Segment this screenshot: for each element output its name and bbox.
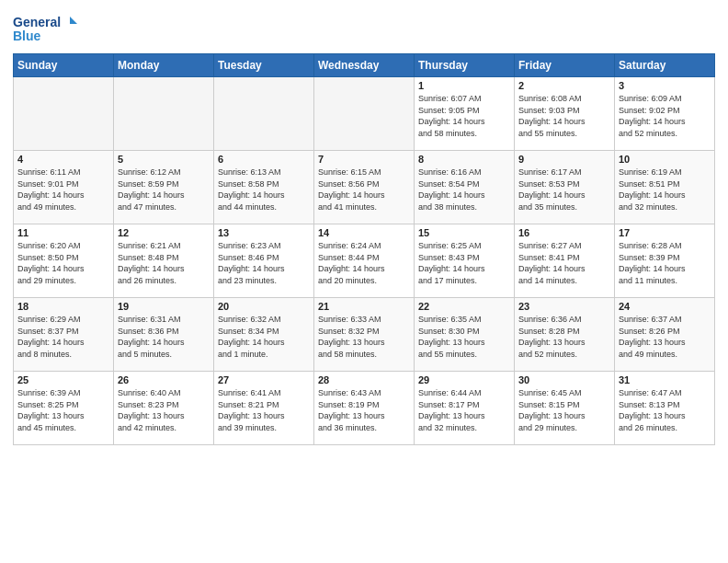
calendar-cell: 29Sunrise: 6:44 AM Sunset: 8:17 PM Dayli… [415,372,515,445]
calendar-cell: 26Sunrise: 6:40 AM Sunset: 8:23 PM Dayli… [114,372,214,445]
calendar-cell: 18Sunrise: 6:29 AM Sunset: 8:37 PM Dayli… [14,298,114,372]
day-info: Sunrise: 6:08 AM Sunset: 9:03 PM Dayligh… [518,93,610,139]
calendar-cell: 31Sunrise: 6:47 AM Sunset: 8:13 PM Dayli… [615,372,715,445]
day-info: Sunrise: 6:45 AM Sunset: 8:15 PM Dayligh… [518,387,610,433]
weekday-header: Sunday [14,54,114,77]
calendar-cell [114,77,214,151]
calendar-cell: 9Sunrise: 6:17 AM Sunset: 8:53 PM Daylig… [515,151,615,224]
calendar-cell: 28Sunrise: 6:43 AM Sunset: 8:19 PM Dayli… [314,372,415,445]
calendar-cell [14,77,114,151]
day-number: 21 [318,301,410,312]
day-number: 13 [218,227,310,238]
day-info: Sunrise: 6:41 AM Sunset: 8:21 PM Dayligh… [218,387,310,433]
day-info: Sunrise: 6:12 AM Sunset: 8:59 PM Dayligh… [118,167,210,213]
calendar-cell: 25Sunrise: 6:39 AM Sunset: 8:25 PM Dayli… [14,372,114,445]
day-number: 11 [17,227,109,238]
day-info: Sunrise: 6:17 AM Sunset: 8:53 PM Dayligh… [518,167,610,213]
day-info: Sunrise: 6:07 AM Sunset: 9:05 PM Dayligh… [418,93,510,139]
calendar-cell: 17Sunrise: 6:28 AM Sunset: 8:39 PM Dayli… [615,224,715,298]
day-number: 7 [318,154,410,165]
calendar-cell: 23Sunrise: 6:36 AM Sunset: 8:28 PM Dayli… [515,298,615,372]
day-info: Sunrise: 6:27 AM Sunset: 8:41 PM Dayligh… [518,240,610,286]
day-info: Sunrise: 6:24 AM Sunset: 8:44 PM Dayligh… [318,240,410,286]
day-info: Sunrise: 6:39 AM Sunset: 8:25 PM Dayligh… [17,387,109,433]
calendar-cell: 22Sunrise: 6:35 AM Sunset: 8:30 PM Dayli… [415,298,515,372]
day-info: Sunrise: 6:44 AM Sunset: 8:17 PM Dayligh… [418,387,510,433]
day-number: 29 [418,374,510,385]
day-number: 18 [17,301,109,312]
day-number: 31 [619,374,711,385]
calendar-cell: 2Sunrise: 6:08 AM Sunset: 9:03 PM Daylig… [515,77,615,151]
calendar-cell: 11Sunrise: 6:20 AM Sunset: 8:50 PM Dayli… [14,224,114,298]
day-number: 30 [518,374,610,385]
calendar-cell: 3Sunrise: 6:09 AM Sunset: 9:02 PM Daylig… [615,77,715,151]
day-info: Sunrise: 6:28 AM Sunset: 8:39 PM Dayligh… [619,240,711,286]
day-info: Sunrise: 6:33 AM Sunset: 8:32 PM Dayligh… [318,314,410,360]
day-number: 9 [518,154,610,165]
day-info: Sunrise: 6:13 AM Sunset: 8:58 PM Dayligh… [218,167,310,213]
logo-svg: General Blue [13,13,77,48]
day-info: Sunrise: 6:35 AM Sunset: 8:30 PM Dayligh… [418,314,510,360]
day-number: 5 [118,154,210,165]
calendar-cell: 12Sunrise: 6:21 AM Sunset: 8:48 PM Dayli… [114,224,214,298]
day-info: Sunrise: 6:20 AM Sunset: 8:50 PM Dayligh… [17,240,109,286]
calendar-cell: 6Sunrise: 6:13 AM Sunset: 8:58 PM Daylig… [214,151,314,224]
day-number: 19 [118,301,210,312]
weekday-header: Monday [114,54,214,77]
day-number: 6 [218,154,310,165]
day-number: 24 [619,301,711,312]
svg-text:Blue: Blue [13,29,41,43]
calendar-cell: 30Sunrise: 6:45 AM Sunset: 8:15 PM Dayli… [515,372,615,445]
weekday-header: Friday [515,54,615,77]
day-number: 27 [218,374,310,385]
day-number: 14 [318,227,410,238]
day-number: 15 [418,227,510,238]
day-number: 2 [518,80,610,91]
calendar-cell: 19Sunrise: 6:31 AM Sunset: 8:36 PM Dayli… [114,298,214,372]
day-number: 10 [619,154,711,165]
day-info: Sunrise: 6:21 AM Sunset: 8:48 PM Dayligh… [118,240,210,286]
day-info: Sunrise: 6:16 AM Sunset: 8:54 PM Dayligh… [418,167,510,213]
day-info: Sunrise: 6:29 AM Sunset: 8:37 PM Dayligh… [17,314,109,360]
calendar-cell [314,77,415,151]
svg-text:General: General [13,15,61,29]
calendar-table: SundayMondayTuesdayWednesdayThursdayFrid… [13,53,715,445]
day-info: Sunrise: 6:32 AM Sunset: 8:34 PM Dayligh… [218,314,310,360]
day-number: 16 [518,227,610,238]
calendar-cell: 4Sunrise: 6:11 AM Sunset: 9:01 PM Daylig… [14,151,114,224]
calendar-cell: 20Sunrise: 6:32 AM Sunset: 8:34 PM Dayli… [214,298,314,372]
calendar-cell: 27Sunrise: 6:41 AM Sunset: 8:21 PM Dayli… [214,372,314,445]
weekday-header: Saturday [615,54,715,77]
calendar-cell: 16Sunrise: 6:27 AM Sunset: 8:41 PM Dayli… [515,224,615,298]
calendar-cell: 15Sunrise: 6:25 AM Sunset: 8:43 PM Dayli… [415,224,515,298]
calendar-cell: 10Sunrise: 6:19 AM Sunset: 8:51 PM Dayli… [615,151,715,224]
day-number: 4 [17,154,109,165]
day-info: Sunrise: 6:47 AM Sunset: 8:13 PM Dayligh… [619,387,711,433]
calendar-cell: 21Sunrise: 6:33 AM Sunset: 8:32 PM Dayli… [314,298,415,372]
day-info: Sunrise: 6:40 AM Sunset: 8:23 PM Dayligh… [118,387,210,433]
calendar-cell: 5Sunrise: 6:12 AM Sunset: 8:59 PM Daylig… [114,151,214,224]
day-number: 23 [518,301,610,312]
day-info: Sunrise: 6:15 AM Sunset: 8:56 PM Dayligh… [318,167,410,213]
calendar-cell: 14Sunrise: 6:24 AM Sunset: 8:44 PM Dayli… [314,224,415,298]
day-number: 28 [318,374,410,385]
day-number: 25 [17,374,109,385]
day-number: 12 [118,227,210,238]
calendar-cell: 24Sunrise: 6:37 AM Sunset: 8:26 PM Dayli… [615,298,715,372]
day-info: Sunrise: 6:31 AM Sunset: 8:36 PM Dayligh… [118,314,210,360]
day-number: 3 [619,80,711,91]
day-info: Sunrise: 6:09 AM Sunset: 9:02 PM Dayligh… [619,93,711,139]
day-info: Sunrise: 6:37 AM Sunset: 8:26 PM Dayligh… [619,314,711,360]
day-number: 22 [418,301,510,312]
day-number: 26 [118,374,210,385]
day-info: Sunrise: 6:43 AM Sunset: 8:19 PM Dayligh… [318,387,410,433]
calendar-cell: 13Sunrise: 6:23 AM Sunset: 8:46 PM Dayli… [214,224,314,298]
weekday-header: Wednesday [314,54,415,77]
day-info: Sunrise: 6:11 AM Sunset: 9:01 PM Dayligh… [17,167,109,213]
calendar-cell: 8Sunrise: 6:16 AM Sunset: 8:54 PM Daylig… [415,151,515,224]
day-info: Sunrise: 6:36 AM Sunset: 8:28 PM Dayligh… [518,314,610,360]
weekday-header: Tuesday [214,54,314,77]
calendar-cell: 1Sunrise: 6:07 AM Sunset: 9:05 PM Daylig… [415,77,515,151]
calendar-cell [214,77,314,151]
day-number: 17 [619,227,711,238]
